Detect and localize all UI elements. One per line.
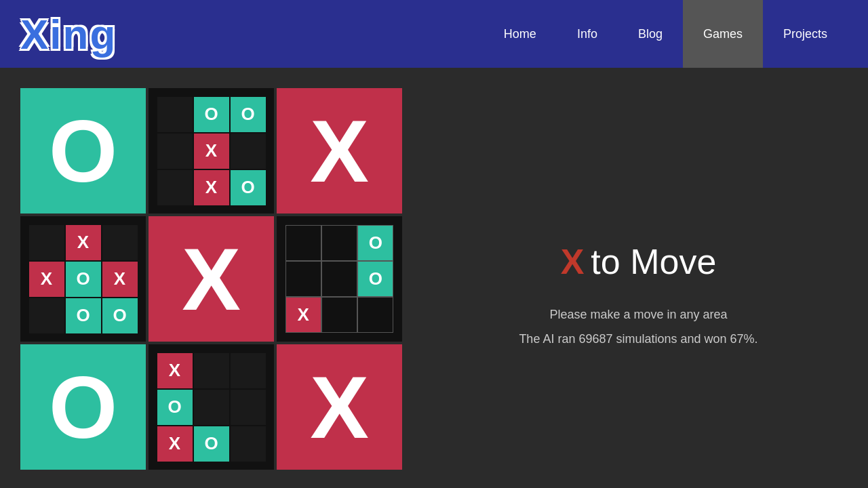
turn-suffix: to Move [591, 241, 716, 282]
mini-cell[interactable] [285, 261, 321, 297]
board-cell-2-0[interactable]: O [20, 344, 146, 470]
nav-games[interactable]: Games [683, 0, 763, 68]
mini-cell: X [29, 262, 64, 297]
cell-letter: O [49, 363, 117, 451]
board-cell-0-1[interactable]: O O X X O [149, 88, 274, 214]
mini-cell: O [66, 262, 101, 297]
mini-cell: X [194, 134, 229, 169]
board-cell-0-2[interactable]: X [277, 88, 402, 214]
mini-cell: O [231, 170, 266, 205]
mini-cell[interactable] [102, 225, 138, 260]
mini-cell[interactable] [157, 170, 193, 205]
mini-cell[interactable] [285, 225, 321, 261]
mini-cell[interactable] [321, 261, 357, 297]
board-cell-1-2[interactable]: O O X [277, 216, 402, 342]
cell-letter: O [49, 107, 117, 195]
mini-cell: X [66, 225, 101, 260]
cell-letter: X [182, 235, 241, 323]
mini-cell[interactable] [157, 97, 193, 132]
mini-cell: O [357, 225, 393, 261]
info-panel: X to Move Please make a move in any area… [429, 81, 848, 470]
cell-letter: X [310, 107, 369, 195]
mini-cell: O [231, 97, 266, 132]
mini-cell[interactable] [321, 225, 357, 261]
main-content: O O O X X O X [0, 68, 868, 483]
nav-home[interactable]: Home [484, 0, 557, 68]
mini-cell: X [157, 426, 193, 462]
mini-cell[interactable] [357, 297, 393, 333]
mini-cell[interactable] [29, 225, 64, 260]
board-cell-2-1[interactable]: X O X O [149, 344, 274, 470]
mini-cell[interactable] [231, 353, 266, 388]
mini-cell: X [102, 262, 138, 297]
mini-grid-0-1: O O X X O [157, 97, 266, 205]
turn-indicator: X to Move [561, 241, 717, 282]
mini-cell: X [285, 297, 321, 333]
mini-cell[interactable] [194, 390, 229, 425]
mini-cell: O [102, 298, 138, 333]
mini-cell: X [157, 353, 193, 388]
cell-letter: X [310, 363, 369, 451]
mini-cell: X [194, 170, 229, 205]
mini-cell: O [66, 298, 101, 333]
navigation: Home Info Blog Games Projects [484, 0, 848, 68]
mini-cell[interactable] [321, 297, 357, 333]
mini-cell: O [194, 426, 229, 462]
turn-letter: X [561, 241, 585, 282]
board-cell-1-1[interactable]: X [149, 216, 274, 342]
mini-cell[interactable] [157, 134, 193, 169]
logo: Xing [20, 10, 117, 58]
nav-info[interactable]: Info [557, 0, 618, 68]
board-cell-1-0[interactable]: X X O X O O [20, 216, 146, 342]
mini-cell: O [194, 97, 229, 132]
mini-cell[interactable] [231, 390, 266, 425]
mini-cell: O [357, 261, 393, 297]
mini-cell[interactable] [194, 353, 229, 388]
board-cell-0-0[interactable]: O [20, 88, 146, 214]
mini-cell: O [157, 390, 193, 425]
header: Xing Home Info Blog Games Projects [0, 0, 868, 68]
nav-blog[interactable]: Blog [618, 0, 683, 68]
game-board[interactable]: O O O X X O X [20, 88, 402, 470]
mini-cell[interactable] [231, 426, 266, 462]
mini-grid-1-0: X X O X O O [29, 225, 138, 333]
mini-cell[interactable] [29, 298, 64, 333]
mini-cell[interactable] [231, 134, 266, 169]
board-cell-2-2[interactable]: X [277, 344, 402, 470]
mini-grid-1-2: O O X [285, 225, 394, 333]
mini-grid-2-1: X O X O [157, 353, 266, 462]
nav-projects[interactable]: Projects [763, 0, 848, 68]
game-prompt: Please make a move in any area The AI ra… [519, 302, 757, 351]
